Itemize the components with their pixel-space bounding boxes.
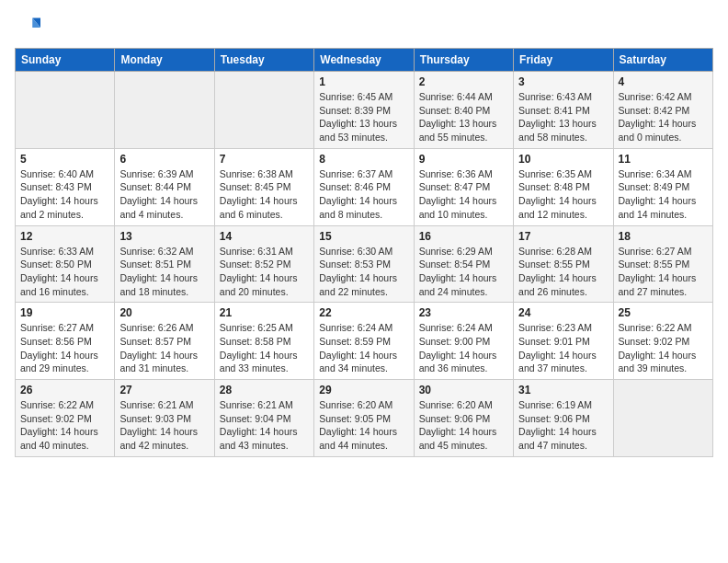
- logo-icon: [15, 15, 40, 40]
- day-number: 22: [319, 306, 408, 319]
- calendar-day-cell: 9Sunrise: 6:36 AMSunset: 8:47 PMDaylight…: [414, 148, 513, 225]
- weekday-header: Tuesday: [214, 49, 313, 72]
- calendar-day-cell: 23Sunrise: 6:24 AMSunset: 9:00 PMDayligh…: [414, 303, 513, 380]
- day-number: 16: [419, 230, 508, 243]
- day-number: 8: [319, 153, 408, 166]
- day-number: 3: [518, 75, 608, 88]
- day-info: Sunrise: 6:29 AMSunset: 8:54 PMDaylight:…: [419, 245, 508, 299]
- calendar-week-row: 5Sunrise: 6:40 AMSunset: 8:43 PMDaylight…: [16, 148, 713, 225]
- day-number: 20: [119, 306, 209, 319]
- day-info: Sunrise: 6:20 AMSunset: 9:05 PMDaylight:…: [319, 398, 408, 453]
- day-number: 7: [220, 153, 309, 166]
- day-info: Sunrise: 6:45 AMSunset: 8:39 PMDaylight:…: [319, 90, 408, 144]
- calendar-day-cell: 14Sunrise: 6:31 AMSunset: 8:52 PMDayligh…: [214, 225, 313, 303]
- calendar-day-cell: 13Sunrise: 6:32 AMSunset: 8:51 PMDayligh…: [115, 225, 214, 303]
- weekday-header: Monday: [115, 49, 214, 72]
- calendar-day-cell: 2Sunrise: 6:44 AMSunset: 8:40 PMDaylight…: [414, 72, 513, 149]
- calendar-day-cell: 31Sunrise: 6:19 AMSunset: 9:06 PMDayligh…: [514, 380, 613, 457]
- calendar-day-cell: 22Sunrise: 6:24 AMSunset: 8:59 PMDayligh…: [314, 303, 414, 380]
- day-number: 10: [518, 153, 608, 166]
- calendar-day-cell: [16, 72, 115, 149]
- day-info: Sunrise: 6:26 AMSunset: 8:57 PMDaylight:…: [119, 321, 209, 375]
- day-info: Sunrise: 6:21 AMSunset: 9:03 PMDaylight:…: [119, 398, 209, 453]
- day-number: 13: [119, 230, 209, 243]
- day-number: 17: [518, 230, 608, 243]
- calendar-day-cell: [214, 72, 313, 149]
- calendar-day-cell: 1Sunrise: 6:45 AMSunset: 8:39 PMDaylight…: [314, 72, 414, 149]
- day-number: 12: [20, 230, 109, 243]
- calendar-day-cell: 29Sunrise: 6:20 AMSunset: 9:05 PMDayligh…: [314, 380, 414, 457]
- day-info: Sunrise: 6:33 AMSunset: 8:50 PMDaylight:…: [20, 245, 109, 299]
- day-number: 5: [20, 153, 109, 166]
- calendar-week-row: 12Sunrise: 6:33 AMSunset: 8:50 PMDayligh…: [16, 225, 713, 303]
- day-info: Sunrise: 6:22 AMSunset: 9:02 PMDaylight:…: [20, 398, 109, 453]
- day-info: Sunrise: 6:30 AMSunset: 8:53 PMDaylight:…: [319, 245, 408, 299]
- calendar-day-cell: 4Sunrise: 6:42 AMSunset: 8:42 PMDaylight…: [613, 72, 712, 149]
- day-info: Sunrise: 6:39 AMSunset: 8:44 PMDaylight:…: [119, 167, 209, 222]
- day-info: Sunrise: 6:22 AMSunset: 9:02 PMDaylight:…: [619, 321, 708, 375]
- weekday-header: Thursday: [414, 49, 513, 72]
- day-info: Sunrise: 6:23 AMSunset: 9:01 PMDaylight:…: [518, 321, 608, 375]
- calendar-day-cell: 18Sunrise: 6:27 AMSunset: 8:55 PMDayligh…: [613, 225, 712, 303]
- day-info: Sunrise: 6:25 AMSunset: 8:58 PMDaylight:…: [220, 321, 309, 375]
- day-number: 2: [419, 75, 508, 88]
- logo: [15, 15, 44, 40]
- day-number: 18: [619, 230, 708, 243]
- day-info: Sunrise: 6:44 AMSunset: 8:40 PMDaylight:…: [419, 90, 508, 144]
- calendar-day-cell: 19Sunrise: 6:27 AMSunset: 8:56 PMDayligh…: [16, 303, 115, 380]
- page-header: [15, 15, 713, 40]
- day-info: Sunrise: 6:27 AMSunset: 8:55 PMDaylight:…: [619, 245, 708, 299]
- day-number: 30: [419, 384, 508, 396]
- weekday-header: Saturday: [613, 49, 712, 72]
- calendar-header-row: SundayMondayTuesdayWednesdayThursdayFrid…: [16, 49, 713, 72]
- day-number: 23: [419, 306, 508, 319]
- day-info: Sunrise: 6:32 AMSunset: 8:51 PMDaylight:…: [119, 245, 209, 299]
- day-number: 6: [119, 153, 209, 166]
- calendar-day-cell: 25Sunrise: 6:22 AMSunset: 9:02 PMDayligh…: [613, 303, 712, 380]
- calendar-day-cell: 12Sunrise: 6:33 AMSunset: 8:50 PMDayligh…: [16, 225, 115, 303]
- weekday-header: Friday: [514, 49, 613, 72]
- day-number: 15: [319, 230, 408, 243]
- calendar-day-cell: 5Sunrise: 6:40 AMSunset: 8:43 PMDaylight…: [16, 148, 115, 225]
- calendar-day-cell: 20Sunrise: 6:26 AMSunset: 8:57 PMDayligh…: [115, 303, 214, 380]
- day-number: 14: [220, 230, 309, 243]
- calendar-day-cell: 16Sunrise: 6:29 AMSunset: 8:54 PMDayligh…: [414, 225, 513, 303]
- day-info: Sunrise: 6:36 AMSunset: 8:47 PMDaylight:…: [419, 167, 508, 222]
- calendar-week-row: 19Sunrise: 6:27 AMSunset: 8:56 PMDayligh…: [16, 303, 713, 380]
- day-info: Sunrise: 6:24 AMSunset: 8:59 PMDaylight:…: [319, 321, 408, 375]
- day-info: Sunrise: 6:21 AMSunset: 9:04 PMDaylight:…: [220, 398, 309, 453]
- day-info: Sunrise: 6:42 AMSunset: 8:42 PMDaylight:…: [619, 90, 708, 144]
- day-info: Sunrise: 6:27 AMSunset: 8:56 PMDaylight:…: [20, 321, 109, 375]
- calendar-day-cell: [613, 380, 712, 457]
- day-number: 25: [619, 306, 708, 319]
- calendar-week-row: 26Sunrise: 6:22 AMSunset: 9:02 PMDayligh…: [16, 380, 713, 457]
- calendar-day-cell: 15Sunrise: 6:30 AMSunset: 8:53 PMDayligh…: [314, 225, 414, 303]
- calendar-day-cell: 8Sunrise: 6:37 AMSunset: 8:46 PMDaylight…: [314, 148, 414, 225]
- day-info: Sunrise: 6:31 AMSunset: 8:52 PMDaylight:…: [220, 245, 309, 299]
- day-number: 24: [518, 306, 608, 319]
- day-number: 1: [319, 75, 408, 88]
- calendar-day-cell: 17Sunrise: 6:28 AMSunset: 8:55 PMDayligh…: [514, 225, 613, 303]
- day-number: 27: [119, 384, 209, 396]
- calendar-day-cell: 30Sunrise: 6:20 AMSunset: 9:06 PMDayligh…: [414, 380, 513, 457]
- day-info: Sunrise: 6:20 AMSunset: 9:06 PMDaylight:…: [419, 398, 508, 453]
- day-number: 28: [220, 384, 309, 396]
- calendar-day-cell: 6Sunrise: 6:39 AMSunset: 8:44 PMDaylight…: [115, 148, 214, 225]
- calendar-day-cell: 3Sunrise: 6:43 AMSunset: 8:41 PMDaylight…: [514, 72, 613, 149]
- calendar-day-cell: 26Sunrise: 6:22 AMSunset: 9:02 PMDayligh…: [16, 380, 115, 457]
- day-info: Sunrise: 6:19 AMSunset: 9:06 PMDaylight:…: [518, 398, 608, 453]
- day-number: 9: [419, 153, 508, 166]
- day-info: Sunrise: 6:24 AMSunset: 9:00 PMDaylight:…: [419, 321, 508, 375]
- day-info: Sunrise: 6:37 AMSunset: 8:46 PMDaylight:…: [319, 167, 408, 222]
- day-number: 19: [20, 306, 109, 319]
- day-info: Sunrise: 6:38 AMSunset: 8:45 PMDaylight:…: [220, 167, 309, 222]
- calendar-day-cell: [115, 72, 214, 149]
- day-number: 29: [319, 384, 408, 396]
- day-info: Sunrise: 6:28 AMSunset: 8:55 PMDaylight:…: [518, 245, 608, 299]
- calendar-day-cell: 7Sunrise: 6:38 AMSunset: 8:45 PMDaylight…: [214, 148, 313, 225]
- calendar-day-cell: 11Sunrise: 6:34 AMSunset: 8:49 PMDayligh…: [613, 148, 712, 225]
- day-number: 11: [619, 153, 708, 166]
- calendar-day-cell: 21Sunrise: 6:25 AMSunset: 8:58 PMDayligh…: [214, 303, 313, 380]
- calendar-day-cell: 27Sunrise: 6:21 AMSunset: 9:03 PMDayligh…: [115, 380, 214, 457]
- day-info: Sunrise: 6:35 AMSunset: 8:48 PMDaylight:…: [518, 167, 608, 222]
